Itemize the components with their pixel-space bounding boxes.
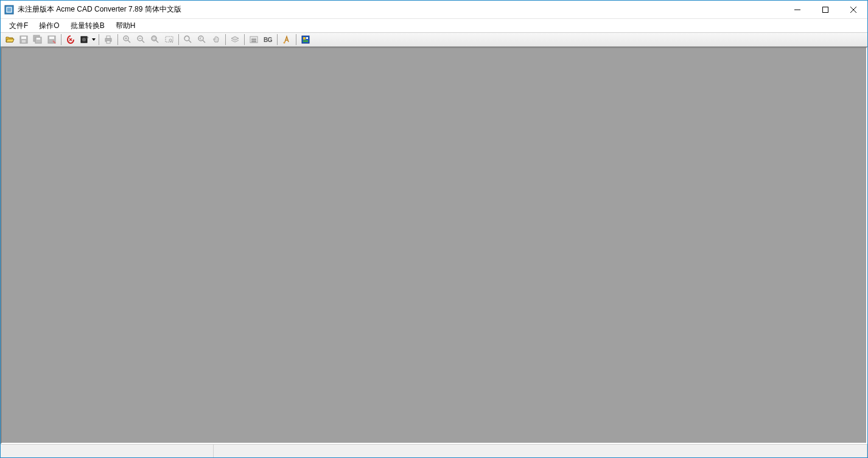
svg-rect-7 bbox=[21, 37, 26, 39]
window-title: 未注册版本 Acme CAD Converter 7.89 简体中文版 bbox=[18, 4, 783, 15]
export-caret[interactable] bbox=[91, 33, 96, 46]
svg-point-40 bbox=[284, 42, 285, 44]
save-as-button[interactable] bbox=[45, 33, 58, 46]
svg-rect-18 bbox=[107, 41, 110, 43]
zoom-window-button[interactable] bbox=[163, 33, 176, 46]
svg-point-26 bbox=[152, 36, 156, 41]
register-icon bbox=[301, 35, 310, 44]
zoom-fit-icon bbox=[150, 35, 160, 44]
save-all-button[interactable] bbox=[31, 33, 44, 46]
zoom-in-icon bbox=[122, 35, 132, 44]
svg-rect-28 bbox=[153, 37, 155, 40]
font-button[interactable] bbox=[280, 33, 293, 46]
svg-rect-3 bbox=[823, 7, 828, 12]
pdf-button[interactable] bbox=[64, 33, 77, 46]
svg-line-20 bbox=[128, 40, 130, 43]
svg-rect-11 bbox=[37, 38, 40, 40]
pdf-icon bbox=[66, 35, 75, 44]
print-button[interactable] bbox=[102, 33, 115, 46]
svg-rect-13 bbox=[49, 37, 54, 39]
export-icon bbox=[80, 35, 89, 44]
svg-rect-43 bbox=[306, 37, 308, 39]
zoom-prev-button[interactable] bbox=[195, 33, 209, 46]
zoom-fit-button[interactable] bbox=[149, 33, 162, 46]
svg-rect-17 bbox=[107, 36, 110, 38]
zoom-prev-icon bbox=[197, 35, 207, 44]
menu-file[interactable]: 文件F bbox=[4, 19, 33, 32]
svg-point-30 bbox=[169, 39, 172, 41]
zoom-extent-button[interactable] bbox=[181, 33, 195, 46]
toolbar-separator bbox=[117, 34, 118, 45]
pan-icon bbox=[211, 35, 221, 44]
toolbar: BG bbox=[1, 32, 867, 47]
toolbar-separator bbox=[244, 34, 245, 45]
svg-rect-44 bbox=[303, 40, 308, 42]
save-as-icon bbox=[47, 35, 57, 44]
minimize-button[interactable] bbox=[783, 1, 811, 18]
menu-batch[interactable]: 批量转换B bbox=[66, 19, 110, 32]
toolbar-separator bbox=[99, 34, 99, 45]
zoom-extent-icon bbox=[183, 35, 193, 44]
zoom-out-button[interactable] bbox=[135, 33, 148, 46]
titlebar: 未注册版本 Acme CAD Converter 7.89 简体中文版 bbox=[1, 1, 867, 19]
app-icon bbox=[4, 5, 14, 15]
toolbar-separator bbox=[277, 34, 278, 45]
toolbar-separator bbox=[178, 34, 179, 45]
bg-label: BG bbox=[264, 37, 272, 43]
print-icon bbox=[103, 35, 113, 44]
svg-line-27 bbox=[156, 40, 158, 43]
statusbar bbox=[1, 444, 867, 457]
register-button[interactable] bbox=[299, 33, 312, 46]
svg-rect-42 bbox=[303, 37, 306, 40]
svg-line-35 bbox=[203, 40, 205, 43]
maximize-button[interactable] bbox=[811, 1, 839, 18]
layer-icon bbox=[230, 35, 240, 44]
menubar: 文件F 操作O 批量转换B 帮助H bbox=[1, 19, 867, 32]
svg-line-33 bbox=[189, 40, 191, 43]
export-button[interactable] bbox=[78, 33, 91, 46]
workspace bbox=[1, 47, 867, 444]
pan-button[interactable] bbox=[209, 33, 223, 46]
status-cell-1 bbox=[1, 445, 214, 457]
menu-help[interactable]: 帮助H bbox=[111, 19, 141, 32]
window-controls bbox=[783, 1, 867, 18]
svg-point-15 bbox=[82, 38, 86, 41]
close-button[interactable] bbox=[839, 1, 867, 18]
save-icon bbox=[19, 35, 29, 44]
zoom-window-icon bbox=[164, 35, 174, 44]
toolbar-separator bbox=[296, 34, 296, 45]
line-width-button[interactable] bbox=[247, 33, 261, 46]
svg-rect-8 bbox=[22, 40, 26, 43]
toolbar-separator bbox=[225, 34, 226, 45]
zoom-out-icon bbox=[136, 35, 146, 44]
zoom-in-button[interactable] bbox=[121, 33, 134, 46]
font-icon bbox=[282, 35, 292, 44]
open-button[interactable] bbox=[3, 33, 16, 46]
svg-line-24 bbox=[142, 40, 144, 43]
line-width-icon bbox=[249, 35, 259, 44]
layer-button[interactable] bbox=[228, 33, 242, 46]
export-dropdown[interactable] bbox=[78, 33, 96, 46]
menu-operation[interactable]: 操作O bbox=[34, 19, 64, 32]
save-button[interactable] bbox=[17, 33, 30, 46]
status-cell-2 bbox=[214, 445, 867, 457]
open-icon bbox=[5, 35, 15, 44]
save-all-icon bbox=[33, 35, 43, 44]
bg-color-button[interactable]: BG bbox=[261, 33, 275, 46]
toolbar-separator bbox=[61, 34, 61, 45]
